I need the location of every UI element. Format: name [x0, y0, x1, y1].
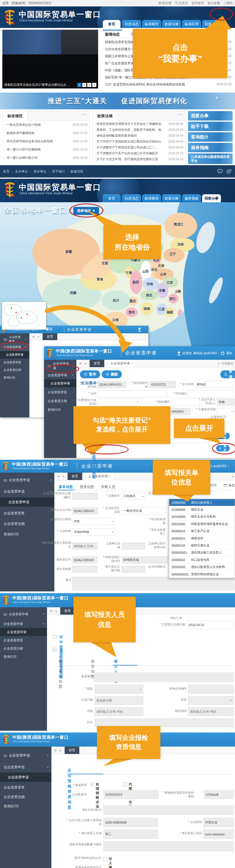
- registered-address-select[interactable]: [98, 399, 141, 406]
- dropdown-option[interactable]: 00010000特殊监管区域双重身份企业: [169, 521, 235, 528]
- close-ops-link[interactable]: 关闭操作: [222, 362, 234, 366]
- province-shaanxi[interactable]: 陕西: [132, 280, 139, 284]
- self-inspection-checkbox-checked[interactable]: ✓: [91, 782, 94, 786]
- subtab-basic-info[interactable]: 基本信息: [59, 485, 73, 489]
- standards-item[interactable]: 单一窗口法律问题介绍: [5, 156, 66, 160]
- province-xizang[interactable]: 西藏: [70, 291, 76, 295]
- logout-link[interactable]: 退出: [226, 351, 232, 355]
- unit-contact-name-input[interactable]: [103, 830, 158, 839]
- dropdown-option[interactable]: 10000000进出口收发货人: [169, 499, 235, 506]
- province-shandong[interactable]: 山东: [160, 272, 167, 276]
- standards-item[interactable]: 数据协调与建模指南: [5, 131, 66, 135]
- hamburger-icon[interactable]: ≡: [57, 474, 60, 478]
- expand-customs-button[interactable]: −展开: [216, 445, 230, 452]
- quick-port-data-platform[interactable]: 口岸成员单位数据资源共享平台: [188, 153, 233, 164]
- economic-zone-input[interactable]: [122, 507, 166, 515]
- sidebar-item-qualification-change[interactable]: 企业资质变更‹: [0, 636, 47, 644]
- province-gansu[interactable]: 甘肃: [102, 261, 108, 266]
- trade-filing-checkbox[interactable]: [53, 635, 57, 639]
- dropdown-option[interactable]: 00000002出口监管仓库: [169, 556, 235, 563]
- economic-type-select[interactable]: [72, 518, 115, 525]
- address-input[interactable]: [98, 390, 167, 397]
- legal-person-tel-input[interactable]: [103, 818, 158, 827]
- sidebar-sub-qualification[interactable]: 企业资质申请▾: [0, 343, 29, 351]
- footer-link-home[interactable]: 首页: [3, 169, 9, 174]
- news-item[interactable]: 汪洋: 促进贸易自由化便利化 推动全球跨境电商加快发展: [103, 82, 206, 87]
- weibo-icon[interactable]: [226, 168, 232, 175]
- agent-inspection-checkbox[interactable]: [123, 782, 127, 786]
- business-address-input[interactable]: [188, 390, 234, 397]
- collapse-tabs-icon[interactable]: «: [60, 748, 62, 752]
- sidebar-item-qualification-change[interactable]: 企业资质变更‹: [0, 783, 52, 792]
- standards-more-icon[interactable]: •••: [82, 113, 87, 117]
- sidebar-sub-qualification[interactable]: 企业资质申请▾: [0, 763, 52, 772]
- special-zone-input[interactable]: [122, 556, 168, 563]
- tab-home-chip[interactable]: 首页: [60, 607, 75, 615]
- dropdown-option[interactable]: 000000001进出境运输工具负责人: [169, 549, 235, 556]
- sidebar-item-qualification-apply[interactable]: 企业资质申请: [0, 628, 47, 636]
- carousel-page-4[interactable]: 4: [92, 83, 96, 87]
- province-zhejiang[interactable]: 浙江: [169, 297, 176, 301]
- tab-home-chip[interactable]: 首页: [90, 360, 104, 367]
- sidebar-group-qualification[interactable]: 企业资质申请▾: [44, 362, 76, 370]
- province-shanxi[interactable]: 山西: [142, 269, 148, 274]
- fax-input[interactable]: [95, 707, 143, 716]
- policies-more-icon[interactable]: •••: [177, 113, 183, 117]
- tab-service-guide[interactable]: 服务指南: [182, 194, 201, 202]
- sidebar-item-qualification-cancel[interactable]: 企业资质注销‹: [0, 793, 52, 801]
- province-yunnan[interactable]: 云南: [112, 318, 119, 322]
- self-inspection-label[interactable]: 自理报检企业: [96, 782, 99, 809]
- quick-service-guide[interactable]: 服务指南: [188, 143, 233, 152]
- province-henan[interactable]: 河南: [146, 282, 153, 286]
- close-icon[interactable]: ×: [131, 362, 133, 365]
- tab-my-services[interactable]: 我要办事: [202, 20, 221, 28]
- province-jiangsu[interactable]: 江苏: [167, 280, 173, 285]
- tab-home-chip[interactable]: 首页: [65, 747, 79, 754]
- legal-person-input[interactable]: [217, 399, 234, 406]
- nationality-select[interactable]: [95, 685, 143, 694]
- province-xinjiang[interactable]: 新疆: [66, 250, 72, 254]
- sidebar-item-qualification-apply[interactable]: 企业资质申请: [44, 379, 76, 388]
- education-select[interactable]: [188, 696, 234, 705]
- express-enterprise-checkbox[interactable]: [103, 857, 107, 861]
- sidebar-group-qualification[interactable]: 企业资质申请▾: [0, 750, 52, 761]
- customs-house-select[interactable]: [122, 493, 145, 500]
- province-fujian[interactable]: 福建: [167, 310, 173, 314]
- province-sichuan[interactable]: 四川: [113, 298, 119, 303]
- contact-phone-input[interactable]: [72, 542, 97, 550]
- footer-link-host[interactable]: 主办单位: [15, 169, 28, 174]
- collapse-tabs-icon[interactable]: «: [38, 335, 40, 339]
- dropdown-option[interactable]: 00000001保税仓库: [169, 535, 235, 542]
- dropdown-option[interactable]: 20000000进出口收发货人分支机构: [169, 564, 235, 571]
- footer-link-about[interactable]: 关于我们: [52, 169, 65, 174]
- dropdown-option[interactable]: 01000000报关企业: [169, 506, 235, 513]
- first-reg-date-input[interactable]: [122, 566, 145, 573]
- sidebar-item-query-print[interactable]: 查询/打印‹: [0, 530, 54, 539]
- hamburger-icon[interactable]: ≡: [32, 335, 35, 339]
- qrcode-link[interactable]: 二维码: [224, 1, 233, 5]
- express-enterprise-label[interactable]: 出入境快件运营企业: [109, 857, 112, 868]
- standards-box-title[interactable]: 标准规范: [3, 112, 28, 121]
- expand-tabs-icon[interactable]: »: [232, 474, 234, 478]
- close-icon[interactable]: ×: [109, 475, 111, 478]
- tab-home-chip[interactable]: 首页: [68, 473, 82, 480]
- province-jilin[interactable]: 吉林: [177, 242, 184, 247]
- tab-news[interactable]: 信息动态: [122, 20, 141, 28]
- english-name-input[interactable]: [103, 805, 234, 815]
- birth-date-input[interactable]: [95, 696, 143, 705]
- quick-my-services[interactable]: 我要办事: [188, 111, 233, 121]
- customs-registration-checkbox-checked[interactable]: ✓: [53, 648, 57, 652]
- dropdown-option[interactable]: 00100000报关企业分支机构: [169, 514, 235, 521]
- province-chongqing[interactable]: 重庆: [130, 299, 136, 303]
- province-jiangxi[interactable]: 江西: [158, 307, 165, 312]
- sidebar-item-qualification-change[interactable]: 企业资质变更‹: [44, 388, 76, 396]
- hamburger-icon[interactable]: ≡: [50, 609, 52, 613]
- tab-current-chip[interactable]: 企业资质申请×: [107, 360, 136, 367]
- carousel-page-1[interactable]: 1: [77, 83, 81, 87]
- unit-contact-tel-input[interactable]: [203, 830, 234, 839]
- select-region-button[interactable]: 选择地区 ▼: [73, 207, 99, 215]
- tab-my-services[interactable]: 我要办事: [202, 194, 221, 202]
- login-register-link[interactable]: 登录|注册: [158, 1, 172, 5]
- province-hubei[interactable]: 湖北: [146, 293, 153, 298]
- enterprise-type-input[interactable]: [203, 818, 234, 827]
